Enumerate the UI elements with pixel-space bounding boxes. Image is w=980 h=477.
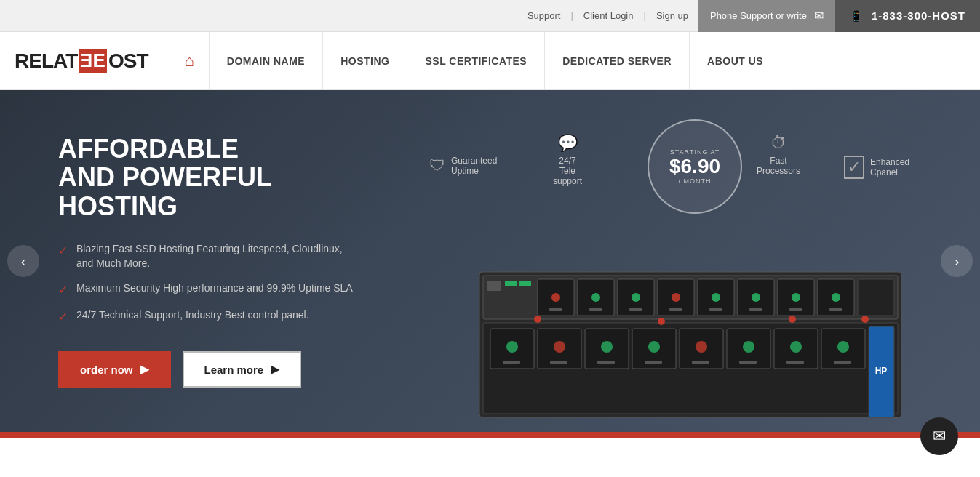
hero-prev-arrow[interactable]: ‹ xyxy=(7,245,39,277)
hero-next-arrow[interactable]: › xyxy=(941,245,973,277)
hero-title-bottom: AND POWERFUL HOSTING xyxy=(58,163,356,220)
svg-rect-48 xyxy=(739,361,757,364)
svg-text:HP: HP xyxy=(875,366,887,376)
nav-domain-name[interactable]: DOMAIN NAME xyxy=(210,32,323,90)
logo-icon: EE xyxy=(79,49,107,73)
svg-point-58 xyxy=(658,318,665,325)
learn-arrow-icon: ▶ xyxy=(271,363,279,376)
svg-point-12 xyxy=(632,293,640,302)
logo[interactable]: RELAT EE OST xyxy=(15,49,148,73)
phone-icon: 📱 xyxy=(850,9,864,23)
home-icon: ⌂ xyxy=(185,52,194,71)
svg-point-44 xyxy=(696,341,707,353)
mail-icon: ✉ xyxy=(814,9,824,23)
client-login-link[interactable]: Client Login xyxy=(573,10,644,21)
hero-left: AFFORDABLE AND POWERFUL HOSTING ✓ Blazin… xyxy=(0,91,400,432)
svg-point-60 xyxy=(861,316,869,323)
svg-rect-4 xyxy=(519,281,531,286)
callout-cpanel-text: Enhanced Cpanel xyxy=(870,157,909,177)
hero-right: 🛡 Guaranteed Uptime 💬 24/7 Tele support … xyxy=(400,90,980,432)
learn-more-button[interactable]: Learn more ▶ xyxy=(183,351,302,388)
svg-point-21 xyxy=(752,293,760,302)
svg-point-27 xyxy=(832,293,840,302)
red-bottom-bar xyxy=(0,432,980,438)
header: RELAT EE OST ⌂ DOMAIN NAME HOSTING SSL C… xyxy=(0,32,980,90)
svg-point-15 xyxy=(672,293,680,302)
hero-features-list: ✓ Blazing Fast SSD Hosting Featuring Lit… xyxy=(58,242,356,325)
svg-point-59 xyxy=(789,316,796,323)
svg-point-24 xyxy=(792,293,800,302)
price-amount: $6.90 xyxy=(669,156,720,178)
svg-rect-13 xyxy=(629,308,642,311)
svg-rect-54 xyxy=(834,361,851,364)
svg-point-50 xyxy=(790,341,802,353)
price-month: / MONTH xyxy=(679,177,712,185)
svg-point-57 xyxy=(534,316,541,323)
callout-uptime: 🛡 Guaranteed Uptime xyxy=(429,156,497,176)
svg-rect-2 xyxy=(487,281,501,291)
support-link[interactable]: Support xyxy=(517,10,571,21)
check-icon-3: ✓ xyxy=(58,309,68,325)
svg-rect-36 xyxy=(550,361,567,364)
svg-rect-51 xyxy=(786,361,804,364)
callout-uptime-text: Guaranteed Uptime xyxy=(451,156,497,176)
order-now-button[interactable]: order now ▶ xyxy=(58,351,171,388)
feature-text-2: Maximum Security High performance and 99… xyxy=(76,281,353,296)
svg-point-9 xyxy=(591,293,600,302)
callout-cpanel: ✓ Enhanced Cpanel xyxy=(844,156,909,179)
nav-ssl-certificates[interactable]: SSL CERTIFICATES xyxy=(407,32,545,90)
learn-more-label: Learn more xyxy=(204,364,264,376)
float-mail-icon: ✉ xyxy=(933,427,946,438)
phone-support-area[interactable]: Phone Support or write ✉ xyxy=(698,0,835,32)
feature-text-3: 24/7 Technical Support, Industry Best co… xyxy=(76,308,309,323)
svg-rect-25 xyxy=(789,308,802,311)
check-icon-2: ✓ xyxy=(58,282,68,298)
price-bubble: STARTING AT $6.90 / MONTH xyxy=(648,119,742,214)
logo-text-relat: RELAT xyxy=(15,49,77,73)
order-now-label: order now xyxy=(80,364,133,376)
svg-rect-29 xyxy=(858,279,894,316)
svg-rect-10 xyxy=(589,308,602,311)
svg-rect-7 xyxy=(549,308,562,311)
main-nav: ⌂ DOMAIN NAME HOSTING SSL CERTIFICATES D… xyxy=(170,32,966,90)
callout-support-text: 24/7 Tele support xyxy=(553,156,582,186)
callout-processors: ⏱ Fast Processors xyxy=(757,134,800,176)
phone-support-text: Phone Support or write xyxy=(710,10,807,21)
home-nav-item[interactable]: ⌂ xyxy=(170,32,210,90)
svg-point-35 xyxy=(554,341,565,353)
svg-rect-16 xyxy=(669,308,682,311)
hero-section: ‹ AFFORDABLE AND POWERFUL HOSTING ✓ Blaz… xyxy=(0,90,980,432)
svg-rect-22 xyxy=(749,308,762,311)
server-svg: HP xyxy=(465,214,916,432)
nav-about-us[interactable]: ABOUT US xyxy=(690,32,781,90)
svg-point-41 xyxy=(648,341,660,353)
hero-title-top: AFFORDABLE xyxy=(58,135,356,164)
svg-point-18 xyxy=(712,293,720,302)
phone-number: 1-833-300-HOST xyxy=(872,9,965,22)
nav-dedicated-server[interactable]: DEDICATED SERVER xyxy=(545,32,690,90)
order-arrow-icon: ▶ xyxy=(140,363,149,376)
svg-point-38 xyxy=(601,341,613,353)
feature-item-2: ✓ Maximum Security High performance and … xyxy=(58,281,356,298)
svg-rect-33 xyxy=(503,361,520,364)
svg-point-6 xyxy=(551,293,560,302)
feature-item-1: ✓ Blazing Fast SSD Hosting Featuring Lit… xyxy=(58,242,356,270)
top-bar-links: Support | Client Login | Sign up xyxy=(517,10,698,21)
svg-point-53 xyxy=(837,341,849,353)
gauge-icon: ⏱ xyxy=(770,134,786,153)
svg-rect-39 xyxy=(597,361,615,364)
shield-icon: 🛡 xyxy=(429,156,445,175)
svg-rect-3 xyxy=(505,281,517,286)
sign-up-link[interactable]: Sign up xyxy=(646,10,698,21)
svg-rect-28 xyxy=(829,308,842,311)
logo-text-ost: OST xyxy=(108,49,148,73)
phone-number-bar: 📱 1-833-300-HOST xyxy=(835,0,980,32)
chat-icon: 💬 xyxy=(558,134,578,153)
top-bar: Support | Client Login | Sign up Phone S… xyxy=(0,0,980,32)
feature-text-1: Blazing Fast SSD Hosting Featuring Lites… xyxy=(76,242,356,270)
nav-hosting[interactable]: HOSTING xyxy=(323,32,407,90)
callout-processors-text: Fast Processors xyxy=(757,156,800,176)
callout-support: 💬 24/7 Tele support xyxy=(553,134,582,186)
svg-point-32 xyxy=(506,341,518,353)
svg-point-47 xyxy=(743,341,754,353)
